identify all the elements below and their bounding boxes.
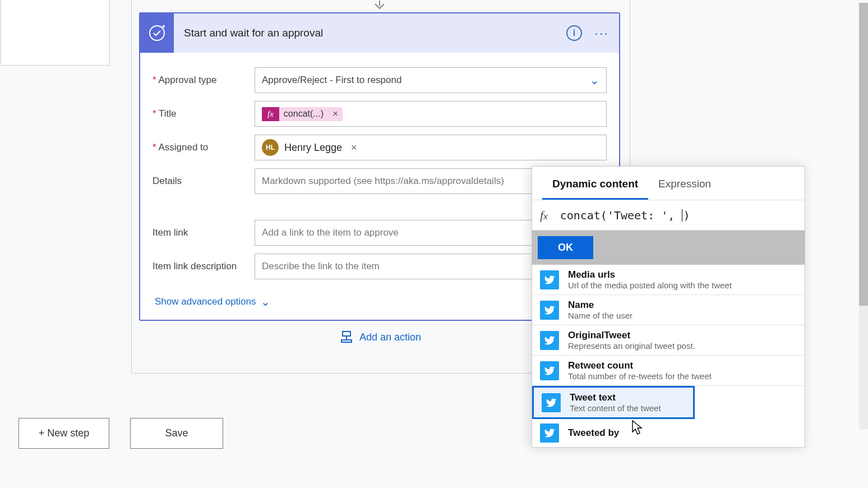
person-name: Henry Legge [284,142,342,154]
title-label: Title [153,108,255,119]
dyn-tabs: Dynamic content Expression [532,167,805,200]
item-link-label: Item link [153,227,255,238]
dyn-item-desc: Represents an original tweet post. [568,341,695,351]
dyn-item-originaltweet[interactable]: OriginalTweetRepresents an original twee… [532,325,805,356]
formula-bar[interactable]: fx concat('Tweet: ', ) [532,200,805,231]
details-placeholder: Markdown supported (see https://aka.ms/a… [262,176,504,187]
show-advanced-label: Show advanced options [155,296,256,307]
twitter-icon [540,423,559,443]
approval-icon [140,13,174,53]
dyn-item-retweet-count[interactable]: Retweet countTotal number of re-tweets f… [532,356,805,386]
dyn-item-name: OriginalTweet [568,330,695,341]
item-link-desc-label: Item link description [153,261,255,272]
approval-type-label: Approval type [153,75,255,86]
tab-dynamic-content[interactable]: Dynamic content [542,172,648,200]
person-remove-icon[interactable]: × [351,142,357,154]
card-header[interactable]: Start and wait for an approval i ··· [140,13,619,53]
dynamic-content-list: Media urlsUrl of the media posted along … [532,265,805,447]
twitter-icon [540,331,559,350]
dyn-item-desc: Url of the media posted along with the t… [568,280,732,290]
dyn-item-name: Tweet text [570,392,661,403]
title-field[interactable]: fx concat(...) × [255,101,607,127]
scrollbar-thumb[interactable] [859,3,868,306]
dyn-item-name: Media urls [568,269,732,280]
item-link-desc-placeholder: Describe the link to the item [262,261,380,272]
tab-expression[interactable]: Expression [648,172,721,200]
twitter-icon [542,393,561,412]
assigned-to-label: Assigned to [153,142,255,153]
approval-type-value: Approve/Reject - First to respond [262,75,401,86]
token-remove-icon[interactable]: × [328,108,343,119]
item-link-placeholder: Add a link to the item to approve [262,227,399,238]
twitter-icon [540,361,559,380]
formula-text: concat('Tweet: ', ) [560,209,690,222]
add-action-button[interactable]: Add an action [340,331,421,343]
dyn-item-desc: Text content of the tweet [570,403,661,413]
dyn-item-name[interactable]: NameName of the user [532,295,805,325]
chevron-down-icon: ⌄ [590,73,599,87]
dyn-item-name: Tweeted by [568,427,619,439]
dyn-item-tweet-text[interactable]: Tweet textText content of the tweet [532,386,695,419]
new-step-button[interactable]: + New step [19,418,109,449]
show-advanced-options-link[interactable]: Show advanced options ⌄ [153,287,273,320]
dyn-item-tweeted-by[interactable]: Tweeted by [532,419,805,447]
save-button[interactable]: Save [130,418,223,449]
ok-row: OK [532,231,805,265]
avatar: HL [262,139,279,156]
dynamic-content-panel: Dynamic content Expression fx concat('Tw… [532,166,805,448]
empty-panel [1,0,110,66]
expression-token[interactable]: fx concat(...) × [262,107,343,121]
save-label: Save [165,427,188,439]
svg-rect-1 [343,332,350,336]
expression-token-text: concat(...) [279,109,328,119]
dyn-item-desc: Name of the user [568,311,632,320]
approval-type-select[interactable]: Approve/Reject - First to respond ⌄ [255,67,607,93]
info-icon[interactable]: i [566,25,582,41]
ok-button[interactable]: OK [538,236,593,259]
dyn-item-name: Name [568,300,632,311]
fx-icon: fx [540,208,548,223]
chevron-down-icon: ⌄ [261,295,270,309]
svg-rect-2 [341,340,352,342]
add-action-label: Add an action [359,332,421,343]
dyn-item-desc: Total number of re-tweets for the tweet [568,371,712,381]
svg-point-0 [150,26,164,40]
fx-icon: fx [262,107,279,121]
twitter-icon [540,301,559,320]
add-action-icon [340,331,353,343]
new-step-label: + New step [39,427,90,439]
more-menu-icon[interactable]: ··· [594,25,609,41]
details-label: Details [153,176,255,187]
assigned-to-field[interactable]: HL Henry Legge × [255,135,607,160]
twitter-icon [540,270,559,289]
dyn-item-name: Retweet count [568,360,712,371]
dyn-item-media-urls[interactable]: Media urlsUrl of the media posted along … [532,265,805,295]
connector-arrow-icon [139,0,620,12]
card-title: Start and wait for an approval [174,27,566,39]
person-chip[interactable]: HL Henry Legge × [262,139,357,156]
